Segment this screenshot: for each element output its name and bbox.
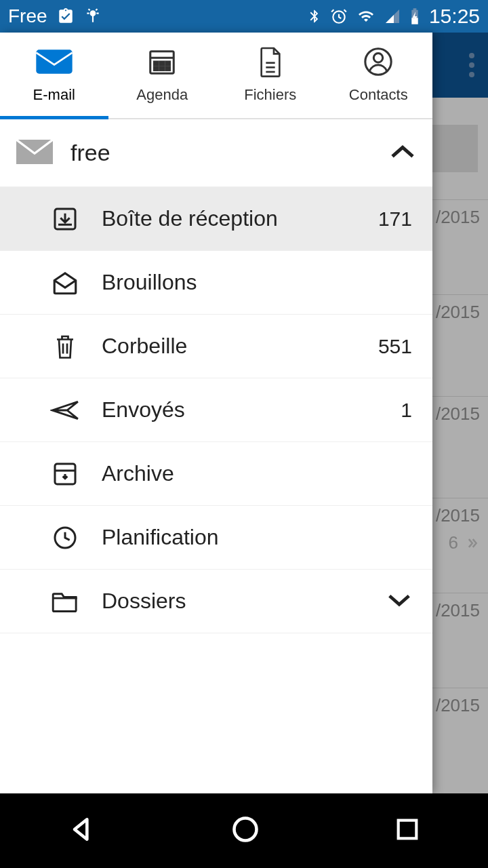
navigation-drawer: E-mail Agenda Fichiers Contacts free [0, 33, 432, 793]
android-navbar [0, 793, 488, 868]
tab-label: Fichiers [244, 86, 296, 104]
folder-drafts[interactable]: Brouillons [0, 251, 432, 315]
home-button[interactable] [230, 814, 260, 847]
clock-label: 15:25 [429, 5, 480, 28]
folder-icon [50, 589, 80, 614]
carrier-label: Free [8, 5, 47, 27]
folder-label: Brouillons [102, 270, 412, 295]
trash-icon [50, 332, 80, 361]
archive-icon [50, 460, 80, 488]
bluetooth-icon [307, 7, 322, 25]
folder-label: Dossiers [102, 589, 365, 614]
clock-icon [50, 524, 80, 551]
account-row[interactable]: free [0, 119, 432, 187]
folder-count: 551 [378, 335, 412, 358]
tab-contacts[interactable]: Contacts [325, 33, 433, 118]
wifi-icon [356, 8, 376, 24]
chevron-down-icon [386, 589, 412, 614]
signal-icon [384, 8, 401, 24]
svg-rect-6 [160, 62, 164, 65]
tab-label: Agenda [136, 86, 188, 104]
folder-label: Boîte de réception [102, 206, 357, 231]
svg-point-15 [374, 54, 383, 62]
folder-inbox[interactable]: Boîte de réception 171 [0, 187, 432, 251]
folder-trash[interactable]: Corbeille 551 [0, 315, 432, 378]
recent-button[interactable] [394, 816, 421, 846]
svg-rect-10 [166, 67, 170, 71]
svg-point-22 [234, 818, 256, 841]
folder-sent[interactable]: Envoyés 1 [0, 378, 432, 442]
svg-rect-1 [92, 16, 93, 22]
folder-scheduled[interactable]: Planification [0, 506, 432, 570]
clipboard-icon [57, 7, 75, 25]
mail-icon [35, 47, 73, 77]
drafts-icon [50, 270, 80, 296]
inbox-icon [50, 205, 80, 233]
folder-folders[interactable]: Dossiers [0, 570, 432, 633]
svg-rect-9 [160, 67, 164, 71]
tab-files[interactable]: Fichiers [216, 33, 325, 118]
account-name: free [70, 140, 371, 166]
drawer-tabs: E-mail Agenda Fichiers Contacts [0, 33, 432, 119]
battery-icon [409, 7, 421, 26]
svg-rect-7 [166, 62, 170, 65]
svg-rect-8 [155, 67, 159, 71]
mail-grey-icon [16, 139, 53, 167]
alarm-icon [330, 7, 348, 25]
sent-icon [50, 398, 80, 422]
chevron-up-icon [389, 143, 416, 163]
tab-label: E-mail [33, 86, 75, 104]
svg-rect-5 [155, 62, 159, 65]
calendar-icon [146, 47, 178, 77]
folder-archive[interactable]: Archive [0, 442, 432, 506]
svg-point-0 [89, 10, 96, 16]
folder-list: Boîte de réception 171 Brouillons Corbei… [0, 187, 432, 793]
svg-rect-23 [399, 821, 417, 839]
person-icon [363, 47, 394, 77]
file-icon [257, 47, 284, 77]
debug-icon [84, 7, 102, 25]
tab-agenda[interactable]: Agenda [108, 33, 217, 118]
folder-label: Archive [102, 461, 412, 486]
tab-email[interactable]: E-mail [0, 33, 108, 118]
folder-count: 171 [378, 208, 412, 231]
back-button[interactable] [67, 814, 97, 847]
folder-label: Planification [102, 525, 412, 550]
status-bar: Free 15:25 [0, 0, 488, 33]
more-icon[interactable] [469, 53, 474, 77]
folder-label: Envoyés [102, 397, 379, 422]
folder-label: Corbeille [102, 334, 357, 359]
folder-count: 1 [401, 399, 412, 422]
tab-label: Contacts [349, 86, 408, 104]
